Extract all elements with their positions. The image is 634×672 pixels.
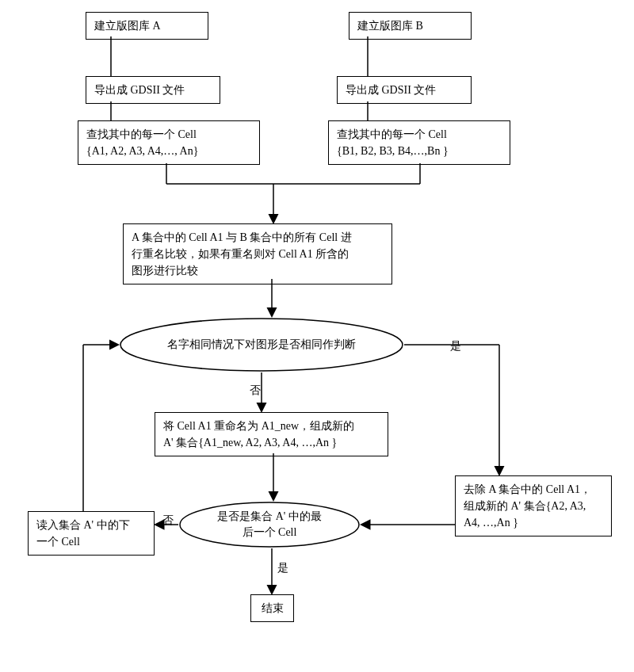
text: 导出成 GDSII 文件 [94, 84, 185, 96]
box-find-cells-b: 查找其中的每一个 Cell {B1, B2, B3, B4,…,Bn } [328, 120, 510, 165]
box-export-gds-a: 导出成 GDSII 文件 [86, 76, 220, 104]
box-compare: A 集合中的 Cell A1 与 B 集合中的所有 Cell 进 行重名比较，如… [123, 223, 392, 284]
text: 建立版图库 A [94, 20, 161, 32]
text-l1: 查找其中的每一个 Cell [86, 126, 251, 143]
text-l2: 组成新的 A' 集合{A2, A3, [464, 498, 603, 514]
text-l1: 读入集合 A' 中的下 [36, 517, 146, 533]
decision-text: 是否是集合 A' 中的最 后一个 Cell [178, 501, 361, 548]
text-l2: {A1, A2, A3, A4,…, An} [86, 143, 251, 159]
text-l3: 图形进行比较 [132, 262, 384, 279]
text-l1: 是否是集合 A' 中的最 [217, 509, 322, 525]
text-l2: 后一个 Cell [217, 525, 322, 540]
text: 导出成 GDSII 文件 [346, 84, 436, 96]
text-l1: A 集合中的 Cell A1 与 B 集合中的所有 Cell 进 [132, 229, 384, 246]
text-l3: A4, …,An } [464, 514, 603, 531]
decision-same-shape: 名字相同情况下对图形是否相同作判断 [119, 317, 404, 372]
text-l2: {B1, B2, B3, B4,…,Bn } [337, 143, 502, 159]
box-create-lib-a: 建立版图库 A [86, 12, 208, 40]
label-no-1: 否 [250, 384, 261, 398]
label-yes-1: 是 [450, 339, 461, 353]
label-no-2: 否 [162, 514, 174, 528]
box-end: 结束 [250, 594, 294, 622]
text: 结束 [262, 602, 284, 614]
text-l1: 去除 A 集合中的 Cell A1， [464, 481, 603, 498]
text-l2: A' 集合{A1_new, A2, A3, A4, …,An } [163, 434, 380, 451]
text-l2: 行重名比较，如果有重名则对 Cell A1 所含的 [132, 246, 384, 262]
text-l1: 将 Cell A1 重命名为 A1_new，组成新的 [163, 418, 380, 434]
text-l2: 一个 Cell [36, 533, 146, 550]
box-rename: 将 Cell A1 重命名为 A1_new，组成新的 A' 集合{A1_new,… [155, 412, 388, 456]
box-read-next: 读入集合 A' 中的下 一个 Cell [28, 511, 155, 556]
decision-text: 名字相同情况下对图形是否相同作判断 [119, 317, 404, 372]
box-create-lib-b: 建立版图库 B [349, 12, 472, 40]
box-find-cells-a: 查找其中的每一个 Cell {A1, A2, A3, A4,…, An} [78, 120, 260, 165]
text-l1: 查找其中的每一个 Cell [337, 126, 502, 143]
box-remove: 去除 A 集合中的 Cell A1， 组成新的 A' 集合{A2, A3, A4… [455, 475, 612, 536]
box-export-gds-b: 导出成 GDSII 文件 [337, 76, 472, 104]
decision-last-cell: 是否是集合 A' 中的最 后一个 Cell [178, 501, 361, 548]
text: 建立版图库 B [357, 20, 423, 32]
label-yes-2: 是 [277, 561, 288, 575]
